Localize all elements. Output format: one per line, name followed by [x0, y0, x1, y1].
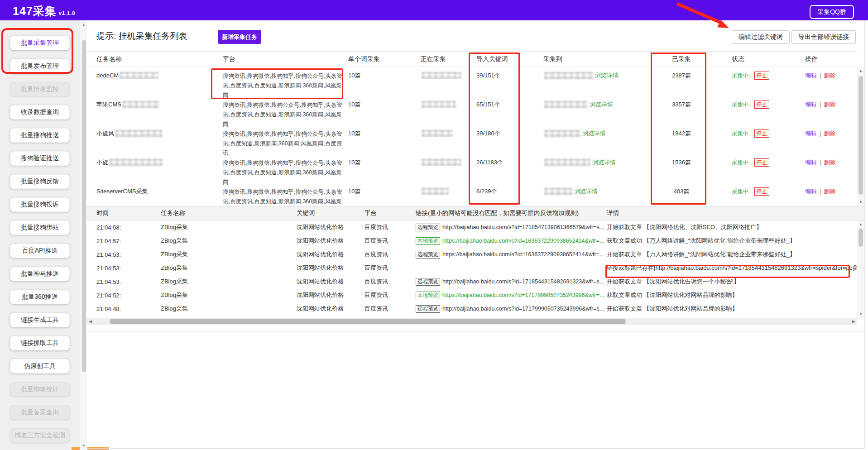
task-table-scrollbar[interactable]: ▲ ▼ — [857, 67, 864, 206]
sidebar-item-pseudo-original[interactable]: 伪原创工具 — [10, 359, 70, 373]
local-preview-button[interactable]: 本地预览 — [416, 292, 440, 299]
delete-link[interactable]: 删除 — [824, 101, 835, 108]
log-scrollbar[interactable]: ▲ ▼ — [857, 220, 864, 318]
log-detail: 开始获取文章 【沈阳网络优化、沈阳SEO、沈阳网络推广】 — [607, 223, 857, 231]
sidebar-scrollbar-thumb[interactable] — [82, 40, 86, 372]
delete-link[interactable]: 删除 — [824, 72, 835, 79]
sidebar-item-sogou-bind-site[interactable]: 批量搜狗绑站 — [10, 220, 70, 235]
sidebar-item-domain-safety-check: 域名三方安全检测 — [10, 428, 70, 443]
col-detail: 详情 — [607, 209, 864, 217]
log-hscrollbar-thumb[interactable] — [110, 319, 626, 324]
col-platform: 平台 — [223, 55, 348, 63]
task-name-cell: SiteserverCMS采集 — [96, 187, 223, 196]
log-time: 21:04:48: — [96, 306, 161, 312]
task-scrollbar-thumb[interactable] — [858, 76, 863, 195]
col-task-name: 任务名称 — [161, 209, 297, 217]
scroll-down-icon[interactable]: ▼ — [857, 200, 864, 204]
col-platform: 平台 — [364, 209, 416, 217]
brand-name: 147采集 — [13, 5, 57, 17]
scroll-up-icon[interactable]: ▲ — [857, 69, 864, 73]
scroll-down-icon[interactable]: ▼ — [80, 444, 87, 448]
sidebar-item-baidu-api-push[interactable]: 百度API推送 — [10, 244, 70, 258]
edit-link[interactable]: 编辑 — [805, 188, 817, 195]
scroll-left-icon[interactable]: ◀ — [89, 319, 92, 324]
sidebar-item-shenma-push[interactable]: 批量神马推送 — [10, 267, 70, 281]
delete-link[interactable]: 删除 — [824, 130, 835, 137]
actions-divider: | — [820, 188, 821, 195]
log-task: ZBlog采集 — [161, 305, 297, 313]
edit-link[interactable]: 编辑 — [805, 159, 817, 166]
table-row: 苹果CMS 搜狗资讯,搜狗微信,搜狗公众号,搜狗知乎,头条资讯,百度资讯,百度知… — [87, 96, 857, 125]
edit-filter-keywords-button[interactable]: 编辑过滤关键词 — [732, 30, 790, 44]
redacted-blur — [122, 101, 159, 108]
remote-preview-button[interactable]: 远程预览 — [416, 224, 440, 231]
scroll-up-icon[interactable]: ▲ — [80, 23, 87, 27]
browse-details-link[interactable]: 浏览详情 — [574, 188, 598, 195]
sidebar-item-sogou-complaint[interactable]: 批量搜狗投诉 — [10, 197, 70, 212]
log-task: ZBlog采集 — [161, 278, 297, 286]
sidebar-scrollbar[interactable]: ▲ ▼ — [80, 20, 87, 450]
sidebar-item-link-generate[interactable]: 链接生成工具 — [10, 313, 70, 327]
sidebar-item-batch-collect[interactable]: 批量采集管理 — [10, 36, 70, 50]
row-actions: 编辑|删除 — [795, 129, 857, 138]
redacted-blur — [544, 158, 590, 166]
log-task: ZBlog采集 — [161, 250, 297, 259]
collected-count: 1536篇 — [647, 158, 715, 167]
task-table-header: 任务名称 平台 单个词采集 正在采集 导入关键词 采集到 已采集 状态 操作 — [87, 51, 857, 67]
task-name-cell: 小旋风 — [96, 129, 223, 138]
col-collected: 已采集 — [647, 55, 715, 63]
remote-preview-button[interactable]: 远程预览 — [416, 278, 440, 286]
stop-button[interactable]: 停止 — [754, 158, 769, 167]
local-preview-button[interactable]: 本地预览 — [416, 237, 440, 245]
row-actions: 编辑|删除 — [795, 187, 857, 196]
sidebar-item-link-grab[interactable]: 链接抓取工具 — [10, 336, 70, 350]
stop-button[interactable]: 停止 — [754, 101, 769, 109]
edit-link[interactable]: 编辑 — [805, 72, 817, 79]
qq-group-button[interactable]: 采集QQ群 — [810, 5, 854, 19]
export-error-links-button[interactable]: 导出全部错误链接 — [791, 30, 856, 44]
log-row: 21:04:53: ZBlog采集 沈阳网站优化价格 百度资讯 远程预览http… — [87, 248, 857, 261]
scroll-up-icon[interactable]: ▲ — [857, 222, 864, 226]
delete-link[interactable]: 删除 — [824, 188, 835, 195]
browse-details-link[interactable]: 浏览详情 — [595, 72, 619, 79]
remote-preview-button[interactable]: 远程预览 — [416, 251, 440, 259]
sidebar-item-index-query[interactable]: 收录数据查询 — [10, 105, 70, 120]
status-running-label: 采集中... — [732, 159, 753, 166]
log-url: http://baijiahao.baidu.com/s?id=17185471… — [442, 224, 604, 230]
remote-preview-button[interactable]: 远程预览 — [416, 305, 440, 313]
log-table-body: 21:04:58: ZBlog采集 沈阳网站优化价格 百度资讯 远程预览http… — [87, 220, 857, 318]
delete-link[interactable]: 删除 — [824, 159, 835, 166]
sidebar-item-batch-publish[interactable]: 批量发布管理 — [10, 59, 70, 73]
stop-button[interactable]: 停止 — [754, 187, 769, 196]
col-status: 状态 — [715, 55, 795, 63]
sidebar-item-360-push[interactable]: 批量360推送 — [10, 290, 70, 304]
edit-link[interactable]: 编辑 — [805, 130, 817, 137]
row-actions: 编辑|删除 — [795, 101, 857, 109]
scroll-right-icon[interactable]: ▶ — [852, 319, 855, 324]
log-horizontal-scrollbar[interactable]: ◀ ▶ — [87, 318, 857, 325]
sidebar-item-sogou-feedback[interactable]: 批量搜狗反馈 — [10, 174, 70, 189]
log-link-cell: 本地预览https://baijiahao.baidu.com/s?id=163… — [416, 237, 607, 245]
task-name: SiteserverCMS采集 — [96, 188, 148, 195]
table-row: SiteserverCMS采集 搜狗资讯,搜狗微信,搜狗知乎,搜狗公众号,头条资… — [87, 183, 857, 206]
imported-keywords: 65/151个 — [476, 101, 543, 109]
log-row: 21:04:53: ZBlog采集 沈阳网站优化价格 百度资讯 远程预览http… — [87, 275, 857, 288]
log-detail: 链接或标题已存在[http://baijiahao.baidu.com/s?id… — [607, 264, 857, 272]
sidebar-item-sogou-push[interactable]: 批量搜狗推送 — [10, 128, 70, 143]
log-row: 21:04:53: ZBlog采集 沈阳网站优化价格 百度资讯 链接或标题已存在… — [87, 261, 857, 275]
edit-link[interactable]: 编辑 — [805, 101, 817, 108]
sidebar-item-sogou-verify-push[interactable]: 搜狗验证推送 — [10, 151, 70, 166]
redacted-blur — [422, 158, 461, 166]
add-task-button[interactable]: 新增采集任务 — [218, 30, 261, 44]
scroll-down-icon[interactable]: ▼ — [857, 312, 864, 316]
browse-details-link[interactable]: 浏览详情 — [592, 159, 616, 166]
actions-divider: | — [820, 130, 821, 137]
log-keyword: 沈阳网站优化价格 — [297, 291, 364, 299]
stop-button[interactable]: 停止 — [754, 129, 769, 138]
browse-details-link[interactable]: 浏览详情 — [582, 130, 606, 137]
log-scrollbar-thumb[interactable] — [858, 229, 863, 247]
stop-button[interactable]: 停止 — [754, 72, 769, 80]
browse-details-link[interactable]: 浏览详情 — [590, 101, 613, 108]
sidebar-item-spider-stats: 批量蜘蛛统计 — [10, 382, 70, 397]
collect-to-cell: 浏览详情 — [543, 187, 647, 196]
